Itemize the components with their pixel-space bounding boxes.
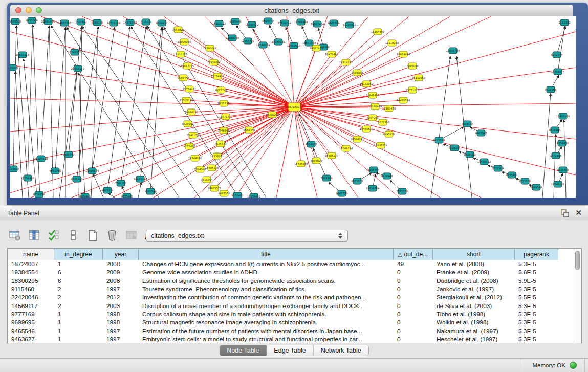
table-header-row: namein_degreeyeartitle△out_de...shortpag… — [8, 249, 574, 260]
float-panel-icon[interactable] — [560, 209, 570, 217]
graph-node-label: 16046192 — [551, 183, 564, 186]
graph-node-label: 15505134 — [85, 169, 99, 172]
graph-node-label: 15268513 — [68, 51, 81, 54]
close-panel-icon[interactable]: ✕ — [575, 208, 582, 217]
graph-node-label: 22068088 — [226, 36, 239, 39]
table-cell: 6 — [54, 277, 103, 285]
table-panel-title: Table Panel — [7, 210, 39, 217]
table-cell: 0 — [394, 319, 433, 326]
table-cell: 9699695 — [8, 319, 54, 326]
graph-node-label: 7515526 — [140, 20, 151, 24]
table-row[interactable]: 977716911998Corpus callosum shape and si… — [8, 310, 574, 318]
graph-node-label: 10154401 — [247, 195, 260, 198]
graph-node-label: 9465548 — [530, 186, 542, 189]
delete-table-icon[interactable] — [125, 229, 138, 242]
network-canvas[interactable]: 1635500915500920691406106532871527602646… — [10, 16, 576, 198]
column-header-pagerank[interactable]: pagerank — [515, 249, 558, 260]
memory-status-indicator — [570, 362, 577, 369]
table-cell: Disruption of a novel member of a sodium… — [139, 302, 394, 310]
vertical-scrollbar[interactable] — [574, 249, 581, 343]
table-cell: 1998 — [103, 311, 139, 318]
column-header-title[interactable]: title — [139, 249, 394, 260]
graph-node-label: 9272745 — [215, 89, 227, 92]
table-cell: 9777169 — [8, 311, 54, 318]
table-cell: 0 — [394, 286, 433, 293]
table-row[interactable]: 946362711997Embryonic stem cells: a mode… — [8, 335, 574, 343]
app-root: { "window": { "title": "citations_edges.… — [0, 0, 588, 372]
graph-node-label: 20653110 — [71, 67, 84, 70]
table-cell: 9463627 — [8, 336, 54, 343]
graph-node-label: 7515510 — [396, 190, 408, 193]
table-cell: Changes of HCN gene expression and I(f) … — [139, 260, 394, 268]
graph-node-label: 9125588 — [433, 139, 445, 142]
table-row[interactable]: 969969511998Structural magnetic resonanc… — [8, 318, 574, 326]
window-title: citations_edges.txt — [10, 7, 573, 14]
table-row[interactable]: 911546021997Tourette syndrome. Phenomeno… — [8, 285, 574, 293]
table-cell: 1 — [54, 311, 103, 318]
network-window[interactable]: citations_edges.txt 16355009155009206914… — [7, 3, 588, 205]
table-row[interactable]: 1938455462009Genome-wide association stu… — [8, 268, 574, 276]
graph-node-label: 12754409 — [241, 39, 254, 42]
table-cell: 2012 — [103, 294, 139, 301]
graph-node-label: 15505137 — [325, 154, 338, 157]
table-cell: 5.3E-5 — [515, 302, 558, 310]
graph-node-label: 15505135 — [180, 99, 193, 102]
column-header-year[interactable]: year — [103, 249, 139, 260]
table-cell: 5.9E-5 — [515, 277, 558, 285]
graph-node-label: 11254409 — [371, 30, 384, 33]
zoom-window-button[interactable] — [36, 7, 42, 13]
minimize-window-button[interactable] — [26, 7, 32, 13]
table-cell: Stergiakouli et al. (2012) — [433, 294, 515, 301]
graph-node-label: 9155462 — [121, 195, 133, 198]
select-all-icon[interactable] — [47, 229, 60, 242]
graph-node-label: 8655009 — [10, 66, 18, 69]
table-row[interactable]: 1456911722003Disruption of a novel membe… — [8, 301, 574, 310]
tab-network-table[interactable]: Network Table — [314, 345, 368, 356]
column-header-short[interactable]: short — [433, 249, 515, 260]
scrollbar-thumb[interactable] — [575, 251, 580, 270]
table-panel-body: f(x) citations_edges.txt namein_degreeye… — [0, 220, 588, 358]
graph-node-label: 11641425 — [366, 94, 379, 97]
table-cell: 1 — [54, 327, 103, 335]
graph-node-label: 12754411 — [183, 87, 196, 91]
column-header-out-de-[interactable]: △out_de... — [394, 249, 433, 260]
table-row[interactable]: 1872400712008Changes of HCN gene express… — [8, 260, 574, 268]
table-row[interactable]: 1830029562008Estimation of significance … — [8, 277, 574, 285]
graph-node-label: 10653289 — [366, 187, 379, 190]
delete-column-icon[interactable] — [105, 229, 119, 242]
show-columns-icon[interactable] — [28, 229, 41, 242]
window-titlebar[interactable]: citations_edges.txt — [10, 5, 573, 16]
column-header-name[interactable]: name — [8, 249, 54, 260]
close-window-button[interactable] — [15, 7, 21, 13]
graph-node-label: 19861910 — [287, 44, 300, 47]
table-cell: Franke et al. (2009) — [433, 269, 515, 276]
graph-node-label: 18544010 — [188, 157, 202, 160]
graph-node-label: 8895830 — [383, 133, 395, 136]
graph-node-label: 8719155 — [549, 128, 560, 132]
graph-node-label: 7241052 — [187, 134, 199, 137]
sort-ascending-icon: △ — [398, 252, 402, 257]
tab-edge-table[interactable]: Edge Table — [267, 345, 313, 356]
graph-node-label: 10719188 — [107, 21, 120, 25]
table-selector-dropdown[interactable]: citations_edges.txt — [146, 230, 348, 242]
graph-node-label: 8525500 — [519, 180, 531, 183]
graph-node-label: 12160469 — [368, 105, 382, 108]
column-header-in-degree[interactable]: in_degree — [54, 249, 103, 260]
table-row[interactable]: 946554611997Estimation of the future num… — [8, 326, 574, 335]
graph-node-label: 18544011 — [351, 138, 364, 141]
table-cell: 22420046 — [8, 294, 54, 301]
graph-node-label: 12754412 — [211, 75, 224, 78]
graph-node-label: 16648784 — [446, 49, 460, 52]
create-column-icon[interactable] — [86, 229, 99, 242]
tab-node-table[interactable]: Node Table — [220, 345, 267, 356]
table-cell: 0 — [394, 294, 433, 301]
table-mode-icon[interactable] — [8, 229, 21, 242]
graph-node-label: 7616364 — [201, 178, 213, 181]
graph-node-label: 19361913 — [310, 47, 323, 50]
table-cell: Embryonic stem cells: a model to study s… — [139, 336, 394, 343]
graph-node-label: 9155463 — [231, 194, 243, 197]
graph-node-label: 15751075 — [406, 89, 419, 92]
network-graph-svg: 1635500915500920691406106532871527602646… — [10, 16, 576, 198]
deselect-all-icon[interactable] — [67, 229, 80, 242]
table-row[interactable]: 2242004622012Investigating the contribut… — [8, 293, 574, 301]
